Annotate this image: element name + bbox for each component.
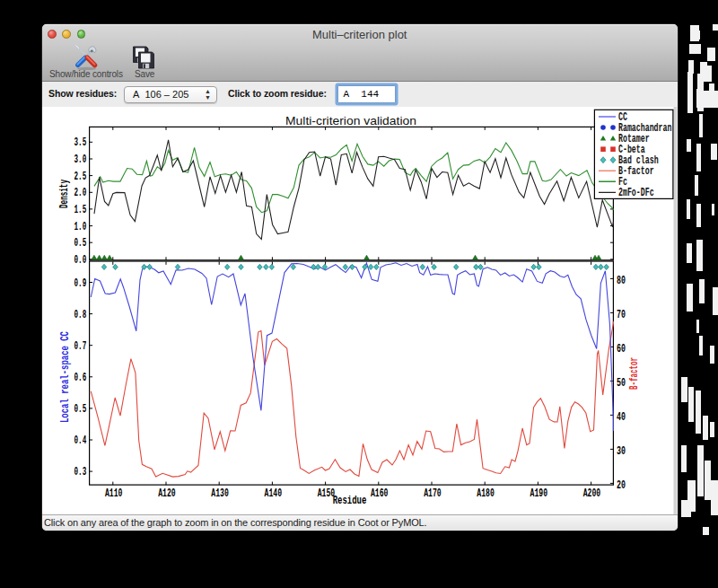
svg-text:0.6: 0.6 bbox=[74, 371, 87, 384]
svg-text:3.0: 3.0 bbox=[74, 153, 87, 166]
svg-text:B-factor: B-factor bbox=[627, 357, 641, 390]
svg-text:A120: A120 bbox=[158, 487, 176, 500]
svg-text:0.7: 0.7 bbox=[74, 339, 87, 353]
svg-text:0.4: 0.4 bbox=[74, 434, 87, 447]
svg-text:Residue: Residue bbox=[333, 494, 367, 507]
svg-text:A130: A130 bbox=[211, 487, 229, 500]
svg-text:80: 80 bbox=[617, 274, 626, 287]
svg-text:40: 40 bbox=[617, 410, 626, 424]
svg-text:0.3: 0.3 bbox=[74, 465, 87, 478]
svg-text:A190: A190 bbox=[530, 487, 548, 500]
svg-text:0.5: 0.5 bbox=[74, 237, 87, 250]
svg-text:Density: Density bbox=[57, 180, 71, 208]
svg-text:60: 60 bbox=[617, 342, 626, 355]
svg-text:20: 20 bbox=[617, 478, 626, 492]
svg-text:A160: A160 bbox=[371, 487, 389, 500]
svg-text:0.5: 0.5 bbox=[74, 402, 87, 416]
svg-text:70: 70 bbox=[617, 308, 626, 321]
svg-text:2.0: 2.0 bbox=[74, 187, 87, 200]
svg-text:A170: A170 bbox=[424, 487, 442, 500]
svg-text:0.8: 0.8 bbox=[74, 308, 87, 321]
svg-text:1.5: 1.5 bbox=[74, 203, 87, 216]
svg-text:2mFo-DFc: 2mFo-DFc bbox=[618, 187, 654, 199]
svg-text:A110: A110 bbox=[105, 487, 123, 500]
svg-text:1.0: 1.0 bbox=[74, 220, 87, 233]
svg-text:A200: A200 bbox=[583, 487, 601, 500]
svg-text:Multi-criterion validation: Multi-criterion validation bbox=[285, 114, 416, 127]
svg-text:A180: A180 bbox=[477, 487, 495, 500]
svg-text:50: 50 bbox=[617, 376, 626, 390]
svg-text:0.0: 0.0 bbox=[74, 253, 87, 267]
svg-text:Local real-space CC: Local real-space CC bbox=[58, 331, 72, 423]
svg-text:30: 30 bbox=[617, 444, 626, 458]
svg-text:0.9: 0.9 bbox=[74, 276, 87, 290]
svg-text:2.5: 2.5 bbox=[74, 170, 87, 183]
svg-text:A140: A140 bbox=[265, 487, 283, 500]
svg-text:3.5: 3.5 bbox=[74, 136, 87, 150]
